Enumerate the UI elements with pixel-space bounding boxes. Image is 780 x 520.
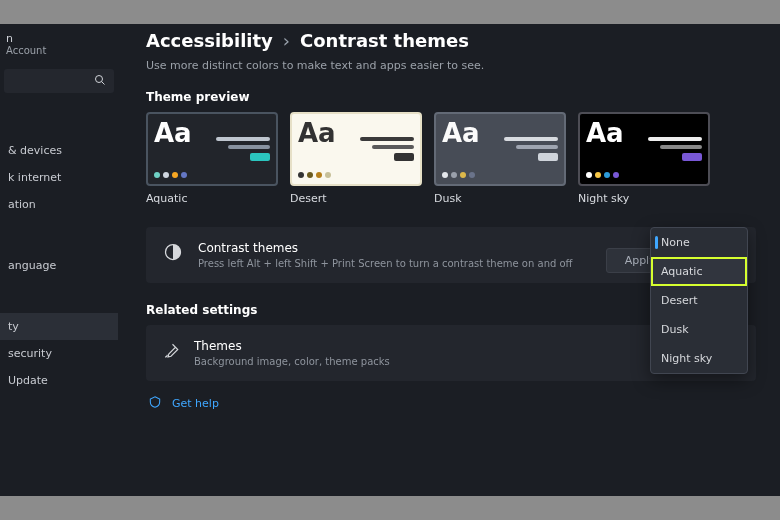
sidebar-item-accessibility[interactable]: ty — [0, 313, 118, 340]
main-content: Accessibility › Contrast themes Use more… — [118, 24, 780, 496]
user-sub: Account — [6, 45, 112, 57]
contrast-icon — [162, 241, 184, 263]
card-subtitle: Press left Alt + left Shift + Print Scre… — [198, 258, 573, 269]
sidebar-item-personalization[interactable]: ation — [0, 191, 118, 218]
preview-label: Night sky — [578, 192, 710, 205]
sidebar: n Account & devices k internet ation ang… — [0, 24, 118, 496]
sidebar-item-update[interactable]: Update — [0, 367, 118, 394]
link-subtitle: Background image, color, theme packs — [194, 356, 390, 367]
contrast-themes-card: Contrast themes Press left Alt + left Sh… — [146, 227, 756, 283]
help-label: Get help — [172, 397, 219, 410]
dropdown-option-night-sky[interactable]: Night sky — [651, 344, 747, 373]
sidebar-item-security[interactable]: security — [0, 340, 118, 367]
help-icon — [148, 395, 162, 412]
user-name: n — [6, 32, 112, 45]
theme-preview-label: Theme preview — [146, 90, 756, 104]
dropdown-option-dusk[interactable]: Dusk — [651, 315, 747, 344]
preview-desert[interactable]: Aa Desert — [290, 112, 422, 205]
dropdown-option-aquatic[interactable]: Aquatic — [651, 257, 747, 286]
theme-preview-row: Aa Aquatic Aa Desert — [146, 112, 756, 205]
brush-icon — [162, 342, 180, 364]
link-title: Themes — [194, 339, 390, 353]
preview-night-sky[interactable]: Aa Night sky — [578, 112, 710, 205]
breadcrumb-current: Contrast themes — [300, 30, 469, 51]
search-input[interactable] — [4, 69, 114, 93]
card-text: Contrast themes Press left Alt + left Sh… — [198, 241, 573, 269]
preview-aquatic[interactable]: Aa Aquatic — [146, 112, 278, 205]
settings-window: n Account & devices k internet ation ang… — [0, 24, 780, 496]
preview-dusk[interactable]: Aa Dusk — [434, 112, 566, 205]
card-title: Contrast themes — [198, 241, 573, 255]
get-help-link[interactable]: Get help — [146, 395, 756, 412]
search-icon — [94, 74, 106, 89]
breadcrumb-parent[interactable]: Accessibility — [146, 30, 273, 51]
preview-label: Desert — [290, 192, 422, 205]
svg-line-1 — [102, 81, 105, 84]
sidebar-item-network[interactable]: k internet — [0, 164, 118, 191]
preview-label: Aquatic — [146, 192, 278, 205]
svg-point-0 — [96, 75, 103, 82]
user-block[interactable]: n Account — [0, 24, 118, 69]
dropdown-option-desert[interactable]: Desert — [651, 286, 747, 315]
sidebar-item-devices[interactable]: & devices — [0, 137, 118, 164]
page-description: Use more distinct colors to make text an… — [146, 59, 756, 72]
breadcrumb: Accessibility › Contrast themes — [146, 30, 756, 51]
sidebar-item-language[interactable]: anguage — [0, 252, 118, 279]
preview-label: Dusk — [434, 192, 566, 205]
dropdown-option-none[interactable]: None — [651, 228, 747, 257]
chevron-right-icon: › — [283, 30, 290, 51]
nav-list: & devices k internet ation anguage ty se… — [0, 137, 118, 394]
theme-dropdown[interactable]: None Aquatic Desert Dusk Night sky — [650, 227, 748, 374]
